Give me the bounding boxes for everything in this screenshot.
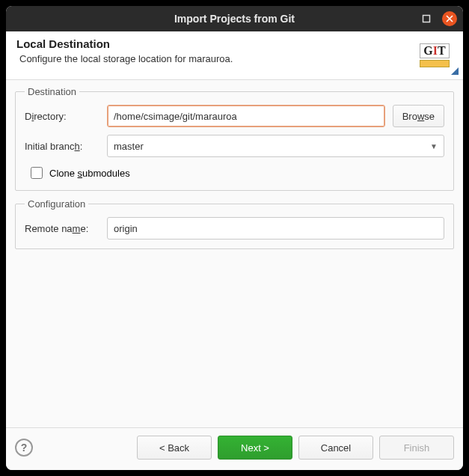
- remote-name-label: Remote name:: [25, 223, 99, 234]
- close-icon[interactable]: [442, 11, 457, 26]
- destination-legend: Destination: [25, 86, 79, 97]
- finish-button[interactable]: Finish: [379, 436, 454, 460]
- wizard-header: Local Destination Configure the local st…: [6, 31, 463, 80]
- window-title: Import Projects from Git: [174, 13, 295, 25]
- dialog-window: Import Projects from Git Local Destinati…: [6, 6, 463, 470]
- browse-button[interactable]: Browse: [393, 105, 444, 127]
- destination-group: Destination Directory: Browse Initial br…: [15, 86, 454, 191]
- titlebar: Import Projects from Git: [6, 6, 463, 31]
- page-subtitle: Configure the local storage location for…: [16, 53, 417, 64]
- next-button[interactable]: Next >: [218, 436, 292, 460]
- restore-icon[interactable]: [420, 12, 433, 25]
- clone-submodules-label: Clone submodules: [49, 168, 130, 179]
- page-title: Local Destination: [16, 37, 417, 50]
- initial-branch-value: master: [114, 141, 144, 152]
- configuration-legend: Configuration: [25, 198, 88, 210]
- initial-branch-label: Initial branch:: [25, 141, 99, 152]
- wizard-footer: ? < Back Next > Cancel Finish: [6, 427, 463, 470]
- initial-branch-select[interactable]: master ▼: [107, 135, 444, 157]
- directory-label: Directory:: [25, 111, 99, 122]
- wizard-content: Destination Directory: Browse Initial br…: [6, 80, 463, 427]
- git-icon: GIT: [417, 37, 453, 73]
- help-button[interactable]: ?: [15, 439, 33, 457]
- remote-name-input[interactable]: [107, 217, 444, 239]
- svg-rect-0: [423, 16, 430, 22]
- chevron-down-icon: ▼: [430, 142, 438, 150]
- cancel-button[interactable]: Cancel: [298, 436, 373, 460]
- configuration-group: Configuration Remote name:: [15, 198, 454, 249]
- directory-input[interactable]: [107, 105, 385, 127]
- back-button[interactable]: < Back: [137, 436, 212, 460]
- clone-submodules-checkbox[interactable]: [31, 167, 43, 179]
